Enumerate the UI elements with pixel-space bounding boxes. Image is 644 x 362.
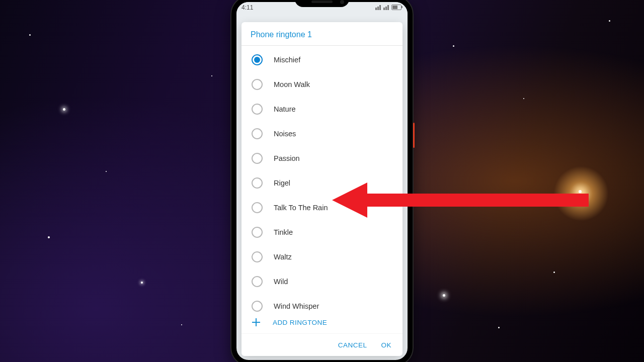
radio-icon	[252, 251, 263, 262]
star	[498, 327, 500, 328]
star	[48, 236, 50, 238]
ringtone-option[interactable]: Talk To The Rain	[242, 195, 403, 220]
ringtone-option[interactable]: Noises	[242, 121, 403, 146]
star	[181, 324, 182, 325]
star	[63, 108, 65, 111]
ringtone-label: Rigel	[274, 179, 290, 187]
ringtone-label: Waltz	[274, 253, 292, 261]
ringtone-label: Passion	[274, 154, 300, 162]
ringtone-option[interactable]: Moon Walk	[242, 72, 403, 97]
radio-icon	[252, 79, 263, 90]
ringtone-label: Tinkle	[274, 228, 293, 236]
ringtone-label: Moon Walk	[274, 80, 310, 88]
star	[579, 190, 582, 193]
radio-icon	[252, 128, 263, 139]
ringtone-option[interactable]: Tinkle	[242, 220, 403, 244]
ringtone-option[interactable]: Rigel	[242, 170, 403, 195]
ok-button[interactable]: OK	[381, 341, 391, 349]
ringtone-label: Mischief	[274, 56, 300, 64]
dialog-title: Phone ringtone 1	[242, 22, 403, 46]
signal-icon	[375, 5, 381, 10]
star	[553, 272, 555, 273]
ringtone-option[interactable]: Nature	[242, 97, 403, 121]
star	[453, 45, 454, 47]
ringtone-option[interactable]: Wind Whisper	[242, 294, 403, 313]
front-camera	[340, 0, 344, 4]
radio-icon	[252, 104, 263, 115]
ringtone-label: Noises	[274, 130, 296, 138]
phone-frame: 4:11 Phone ringtone 1 MischiefMoon WalkN…	[231, 0, 413, 362]
power-button-decor	[413, 123, 415, 148]
ringtone-label: Wind Whisper	[274, 302, 319, 310]
ringtone-dialog: Phone ringtone 1 MischiefMoon WalkNature…	[242, 22, 403, 356]
ringtone-label: Nature	[274, 105, 296, 113]
stage: 4:11 Phone ringtone 1 MischiefMoon WalkN…	[0, 0, 644, 362]
cancel-button[interactable]: CANCEL	[338, 341, 367, 349]
ringtone-option[interactable]: Waltz	[242, 244, 403, 269]
ringtone-option[interactable]: Wild	[242, 269, 403, 294]
radio-icon	[252, 227, 263, 238]
add-ringtone-label: ADD RINGTONE	[273, 319, 327, 326]
star	[106, 171, 107, 172]
signal-icon	[383, 5, 389, 10]
star	[29, 34, 31, 36]
status-icons	[375, 5, 401, 10]
lens-flare	[553, 166, 609, 221]
dialog-actions: CANCEL OK	[242, 333, 403, 356]
ringtone-label: Wild	[274, 278, 288, 286]
speaker	[311, 1, 333, 3]
radio-icon	[252, 276, 263, 287]
star	[211, 75, 212, 76]
ringtone-list[interactable]: MischiefMoon WalkNatureNoisesPassionRige…	[242, 47, 403, 313]
star	[609, 20, 610, 22]
radio-icon	[252, 153, 263, 164]
radio-icon	[252, 54, 263, 65]
status-clock: 4:11	[242, 4, 253, 11]
star	[141, 282, 143, 284]
add-ringtone-button[interactable]: ADD RINGTONE	[242, 311, 403, 334]
ringtone-option[interactable]: Passion	[242, 146, 403, 170]
radio-icon	[252, 177, 263, 189]
ringtone-label: Talk To The Rain	[274, 204, 328, 212]
ringtone-option[interactable]: Mischief	[242, 47, 403, 72]
radio-icon	[252, 301, 263, 312]
star	[523, 98, 524, 99]
battery-icon	[391, 5, 401, 10]
radio-icon	[252, 202, 263, 213]
star	[443, 294, 445, 297]
phone-screen: 4:11 Phone ringtone 1 MischiefMoon WalkN…	[236, 2, 408, 360]
plus-icon	[252, 318, 261, 327]
